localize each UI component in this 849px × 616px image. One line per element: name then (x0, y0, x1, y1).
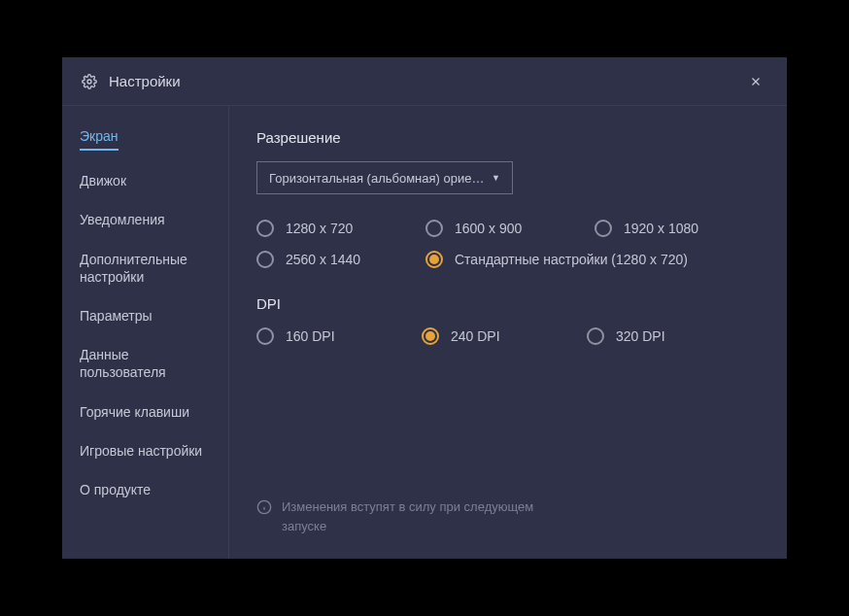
radio-label: 2560 x 1440 (286, 252, 360, 267)
radio-label: 1920 x 1080 (624, 221, 698, 236)
dpi-option-160[interactable]: 160 DPI (256, 327, 422, 345)
dpi-option-240[interactable]: 240 DPI (422, 327, 587, 345)
radio-label: 160 DPI (286, 328, 335, 344)
sidebar: Экран Движок Уведомления Дополнительные … (62, 106, 229, 559)
header-left: Настройки (82, 73, 181, 89)
settings-dialog: Настройки Экран Движок Уведомления Допол… (62, 57, 787, 559)
resolution-radio-group: 1280 x 720 1600 x 900 1920 x 1080 2560 x… (256, 220, 760, 268)
resolution-option-1280x720[interactable]: 1280 x 720 (256, 220, 422, 237)
radio-icon (587, 327, 604, 345)
sidebar-item-parameters[interactable]: Параметры (80, 307, 211, 325)
dialog-body: Экран Движок Уведомления Дополнительные … (62, 106, 787, 559)
svg-point-0 (87, 80, 91, 84)
restart-notice: Изменения вступят в силу при следующем з… (256, 497, 573, 535)
resolution-option-default[interactable]: Стандартные настройки (1280 x 720) (425, 251, 760, 268)
sidebar-item-user-data[interactable]: Данные пользователя (80, 346, 211, 381)
radio-label: 320 DPI (616, 328, 665, 344)
notice-text: Изменения вступят в силу при следующем з… (282, 497, 573, 535)
radio-label: 1280 x 720 (286, 221, 353, 236)
radio-icon (422, 327, 439, 345)
dialog-title: Настройки (109, 73, 181, 89)
dpi-radio-group: 160 DPI 240 DPI 320 DPI (256, 327, 760, 345)
sidebar-item-game-settings[interactable]: Игровые настройки (80, 442, 211, 460)
dropdown-value: Горизонтальная (альбомная) ориентация (269, 171, 486, 186)
radio-icon (425, 220, 443, 237)
dpi-option-320[interactable]: 320 DPI (587, 327, 752, 345)
sidebar-item-advanced[interactable]: Дополнительные настройки (80, 251, 211, 286)
radio-label: 1600 x 900 (455, 221, 522, 236)
dialog-header: Настройки (62, 57, 787, 106)
sidebar-item-about[interactable]: О продукте (80, 481, 211, 498)
resolution-option-1600x900[interactable]: 1600 x 900 (425, 220, 591, 237)
radio-icon (594, 220, 612, 237)
orientation-dropdown[interactable]: Горизонтальная (альбомная) ориентация ▼ (256, 161, 513, 194)
sidebar-item-screen[interactable]: Экран (80, 127, 119, 151)
sidebar-item-engine[interactable]: Движок (80, 172, 211, 189)
resolution-option-2560x1440[interactable]: 2560 x 1440 (256, 251, 422, 268)
radio-label: 240 DPI (451, 328, 500, 344)
info-icon (256, 499, 272, 515)
chevron-down-icon: ▼ (492, 173, 500, 183)
resolution-section-title: Разрешение (256, 129, 760, 146)
dpi-section-title: DPI (256, 295, 760, 312)
gear-icon (82, 74, 97, 89)
radio-label: Стандартные настройки (1280 x 720) (455, 252, 688, 267)
content-panel: Разрешение Горизонтальная (альбомная) ор… (229, 106, 787, 559)
radio-icon (256, 327, 274, 345)
sidebar-item-hotkeys[interactable]: Горячие клавиши (80, 403, 211, 421)
resolution-option-1920x1080[interactable]: 1920 x 1080 (594, 220, 760, 237)
radio-icon (256, 220, 274, 237)
radio-icon (256, 251, 274, 268)
close-icon[interactable] (744, 70, 767, 93)
radio-icon (425, 251, 443, 268)
sidebar-item-notifications[interactable]: Уведомления (80, 211, 211, 228)
